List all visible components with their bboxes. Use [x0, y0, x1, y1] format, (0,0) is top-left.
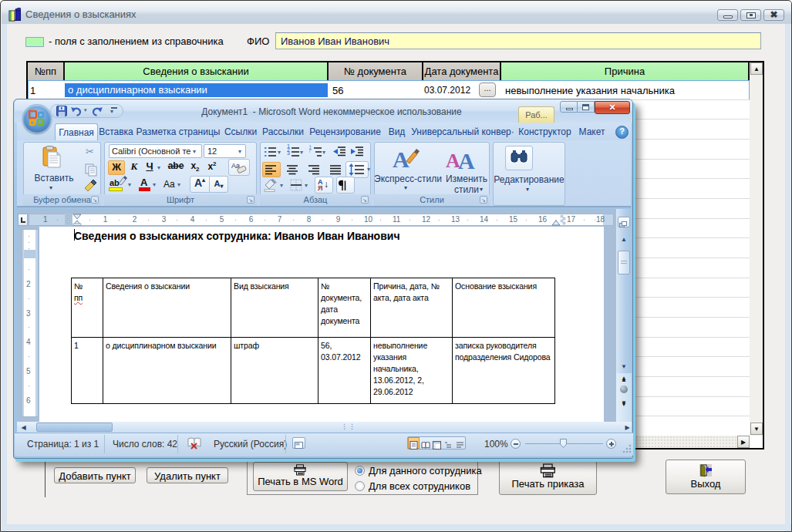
- svg-text:A: A: [393, 146, 409, 172]
- svg-text:A: A: [458, 148, 475, 172]
